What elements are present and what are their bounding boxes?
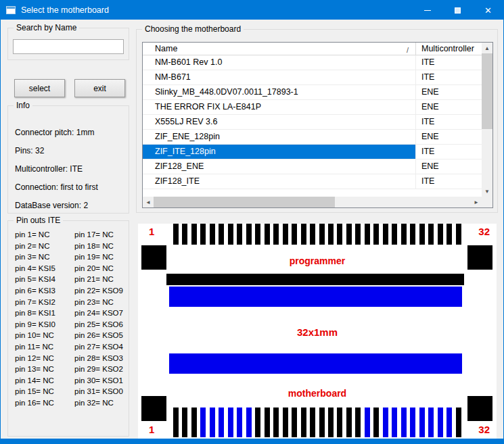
pin-assignment: pin 2= NC — [15, 241, 55, 252]
table-row[interactable]: Slinky_MB_448.0DV07.0011_17893-1ENE — [143, 85, 482, 100]
info-line: Connector pitch: 1mm — [15, 124, 126, 142]
table-row[interactable]: ZIF_ITE_128pinITE — [143, 145, 482, 159]
connector-pin-tooth — [237, 224, 242, 245]
connector-pin-tooth — [265, 224, 270, 245]
connector-pin-tooth — [246, 408, 252, 437]
pin-assignment: pin 5= KSI4 — [15, 274, 55, 285]
connector-pin-tooth — [383, 224, 388, 245]
programmer-connector-pins — [173, 224, 461, 245]
client-area: Search by Name select exit Info Connecto… — [1, 20, 503, 443]
scroll-down-icon[interactable]: ▼ — [482, 186, 492, 197]
pin-assignment: pin 18= NC — [74, 241, 123, 252]
connector-pin-tooth — [228, 408, 233, 437]
pin-assignment: pin 23= NC — [74, 297, 123, 308]
connector-pin-tooth — [273, 224, 279, 245]
motherboard-end-block-left — [141, 396, 166, 421]
table-row[interactable]: NM-B671ITE — [143, 70, 482, 85]
cell-multicontroller: ENE — [416, 100, 482, 114]
pin-assignment: pin 9= KSI0 — [15, 319, 55, 330]
connector-pin-tooth — [355, 408, 361, 437]
pinouts-right-column: pin 17= NCpin 18= NCpin 19= NCpin 20= NC… — [74, 229, 123, 409]
connector-pin-tooth — [419, 408, 425, 437]
connector-pin-tooth — [410, 408, 415, 437]
cell-name: ZIF_ENE_128pin — [143, 130, 416, 144]
listview-header: Name / Multicontroller — [143, 43, 482, 55]
info-group: Info Connector pitch: 1mmPins: 32Multico… — [7, 105, 129, 214]
window-title: Select the motherboard — [21, 5, 412, 15]
pin-assignment: pin 27= KSO4 — [74, 341, 123, 353]
table-row[interactable]: ZIF128_ENEENE — [143, 159, 482, 174]
sort-ascending-icon: / — [407, 44, 409, 56]
info-line: Connection: first to first — [15, 178, 126, 197]
pinouts-group-label: Pin outs ITE — [14, 216, 63, 225]
search-input[interactable] — [13, 39, 124, 54]
table-row[interactable]: THE ERROR FIX LA-E841PENE — [143, 100, 482, 115]
pin-assignment: pin 7= KSI2 — [15, 297, 55, 308]
scroll-up-icon[interactable]: ▲ — [482, 43, 492, 53]
pin-assignment: pin 11= NC — [15, 341, 55, 353]
connector-pin-tooth — [383, 408, 388, 437]
horizontal-scrollbar[interactable]: ◄ ► — [143, 197, 482, 207]
info-line: Multicontroller: ITE — [15, 160, 126, 178]
connector-pin-tooth — [337, 408, 342, 437]
column-header-name-label: Name — [155, 44, 177, 53]
column-header-name[interactable]: Name / — [143, 43, 416, 55]
connector-pin-tooth — [346, 224, 352, 245]
pin-32-label-bottom: 32 — [478, 424, 490, 435]
pinouts-group: Pin outs ITE pin 1= NCpin 2= NCpin 3= NC… — [7, 220, 129, 437]
cell-name: THE ERROR FIX LA-E841P — [143, 100, 416, 114]
dialog-window: Select the motherboard ✕ Search by Name … — [0, 0, 504, 444]
connector-pin-tooth — [328, 408, 334, 437]
search-group: Search by Name — [7, 28, 129, 60]
minimize-icon — [424, 10, 431, 11]
pinouts-left-column: pin 1= NCpin 2= NCpin 3= NCpin 4= KSI5pi… — [15, 229, 55, 409]
cell-multicontroller: ITE — [416, 55, 482, 70]
column-header-multicontroller-label: Multicontroller — [421, 44, 474, 53]
scroll-left-icon[interactable]: ◄ — [143, 197, 154, 207]
table-row[interactable]: X555LJ REV 3.6ITE — [143, 115, 482, 130]
cable-size-label: 32x1mm — [138, 326, 497, 338]
connector-pin-tooth — [228, 224, 233, 245]
pin-assignment: pin 22= KSO9 — [74, 285, 123, 297]
minimize-button[interactable] — [412, 1, 442, 20]
pin-assignment: pin 15= NC — [15, 386, 55, 397]
cable-segment-top — [169, 287, 462, 307]
horizontal-scrollbar-thumb[interactable] — [154, 197, 335, 207]
connector-pin-tooth — [392, 408, 397, 437]
table-row[interactable]: ZIF_ENE_128pinENE — [143, 130, 482, 145]
scroll-right-icon[interactable]: ► — [471, 197, 482, 207]
exit-button[interactable]: exit — [74, 79, 125, 97]
connector-pin-tooth — [319, 408, 325, 437]
programmer-label: programmer — [138, 255, 497, 266]
connector-pin-tooth — [237, 408, 242, 437]
maximize-button[interactable] — [442, 1, 473, 20]
connector-pin-tooth — [401, 408, 407, 437]
select-button[interactable]: select — [14, 79, 65, 97]
pin-assignment: pin 1= NC — [15, 229, 55, 241]
vertical-scrollbar-thumb[interactable] — [482, 53, 492, 129]
pin-assignment: pin 24= KSO7 — [74, 307, 123, 319]
connector-pin-tooth — [337, 224, 342, 245]
listview-body: NM-B601 Rev 1.0ITENM-B671ITESlinky_MB_44… — [143, 55, 482, 197]
table-row[interactable]: NM-B601 Rev 1.0ITE — [143, 55, 482, 70]
connector-pin-tooth — [173, 224, 179, 245]
pin-assignment: pin 10= NC — [15, 330, 55, 341]
table-row[interactable]: ZIF128_ITEITE — [143, 174, 482, 189]
close-button[interactable]: ✕ — [473, 1, 503, 20]
pin-assignment: pin 16= NC — [15, 397, 55, 409]
vertical-scrollbar[interactable]: ▲ ▼ — [482, 43, 492, 197]
cell-name: NM-B601 Rev 1.0 — [143, 55, 416, 70]
motherboard-end-block-right — [467, 396, 492, 421]
connector-pin-tooth — [328, 224, 334, 245]
app-icon — [6, 6, 16, 14]
pin-assignment: pin 8= KSI1 — [15, 307, 55, 319]
pin-assignment: pin 12= NC — [15, 353, 55, 364]
pin-1-label-top: 1 — [149, 226, 154, 237]
connector-pin-tooth — [200, 224, 206, 245]
column-header-multicontroller[interactable]: Multicontroller — [416, 43, 482, 55]
connector-pin-tooth — [373, 224, 379, 245]
pin-assignment: pin 3= NC — [15, 251, 55, 263]
connector-pin-tooth — [191, 408, 197, 437]
titlebar[interactable]: Select the motherboard ✕ — [1, 1, 503, 20]
info-line: Pins: 32 — [15, 142, 126, 160]
